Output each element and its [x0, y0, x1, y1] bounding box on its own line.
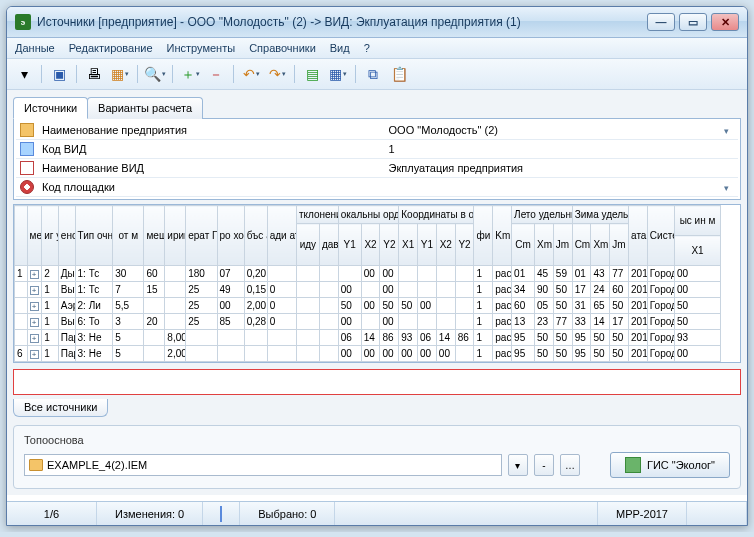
table-row[interactable]: +1Парков3: Не58,00061486930614861рас9550…: [15, 330, 740, 346]
close-button[interactable]: ✕: [711, 13, 739, 31]
chevron-down-icon[interactable]: ▾: [724, 126, 729, 136]
export-dropdown[interactable]: ▦▾: [109, 63, 131, 85]
topo-file-input[interactable]: EXAMPLE_4(2).IEM: [24, 454, 502, 476]
status-position: 1/6: [7, 502, 97, 525]
expand-icon[interactable]: +: [30, 318, 39, 327]
gis-icon: [625, 457, 641, 473]
sheet-icon: [220, 506, 222, 522]
print-button[interactable]: 🖶: [83, 63, 105, 85]
menubar: Данные Редактирование Инструменты Справо…: [7, 38, 747, 59]
topo-legend: Топооснова: [24, 434, 730, 446]
expand-icon[interactable]: +: [30, 286, 39, 295]
folder-icon: [29, 459, 43, 471]
expand-icon[interactable]: +: [30, 302, 39, 311]
topo-clear-button[interactable]: -: [534, 454, 554, 476]
properties-table: Наименование предприятия ООО "Молодость"…: [16, 121, 738, 197]
expand-icon[interactable]: +: [30, 270, 39, 279]
table-row[interactable]: 1+2Дымов1: Тс3060180070,2000001рас014559…: [15, 266, 740, 282]
window-title: Источники [предприятие] - ООО "Молодость…: [37, 15, 647, 29]
prop-row-vidcode: Код ВИД 1: [16, 140, 738, 159]
maximize-button[interactable]: ▭: [679, 13, 707, 31]
tab-sources[interactable]: Источники: [13, 97, 88, 119]
search-dropdown[interactable]: 🔍▾: [144, 63, 166, 85]
target-icon: [20, 180, 34, 194]
table-dropdown[interactable]: ▦▾: [327, 63, 349, 85]
table-row[interactable]: +1Аэраци2: Ли5,525002,00050005050001рас6…: [15, 298, 740, 314]
prop-row-company: Наименование предприятия ООО "Молодость"…: [16, 121, 738, 140]
history-dropdown[interactable]: ▾: [13, 63, 35, 85]
grid-icon[interactable]: ▤: [301, 63, 323, 85]
menu-data[interactable]: Данные: [15, 42, 55, 54]
undo-button[interactable]: ↶▾: [240, 63, 262, 85]
table-row[interactable]: 6+1Парков3: Не52,000000000000001рас95505…: [15, 346, 740, 362]
expand-icon[interactable]: +: [30, 350, 39, 359]
status-changes: Изменения: 0: [97, 502, 203, 525]
split-band: [13, 369, 741, 395]
add-button[interactable]: ＋▾: [179, 63, 201, 85]
sources-grid[interactable]: ме уч иг уч енова Тип очни от м мещени м…: [13, 204, 741, 363]
topo-dropdown-button[interactable]: ▾: [508, 454, 528, 476]
menu-tools[interactable]: Инструменты: [167, 42, 236, 54]
list-icon: [20, 161, 34, 175]
redo-button[interactable]: ↷▾: [266, 63, 288, 85]
menu-edit[interactable]: Редактирование: [69, 42, 153, 54]
copy-button[interactable]: ⧉: [362, 63, 384, 85]
prop-row-vidname: Наименование ВИД Экплуатация предприятия: [16, 159, 738, 178]
folder-icon: [20, 123, 34, 137]
table-row[interactable]: +1Вытяж6: То32025850,28000001рас13237733…: [15, 314, 740, 330]
toolbar: ▾ ▣ 🖶 ▦▾ 🔍▾ ＋▾ － ↶▾ ↷▾ ▤ ▦▾ ⧉ 📋: [7, 59, 747, 90]
table-row[interactable]: +1Вытяж1: Тс71525490,15000001рас34905017…: [15, 282, 740, 298]
tab-variants[interactable]: Варианты расчета: [87, 97, 203, 119]
menu-ref[interactable]: Справочники: [249, 42, 316, 54]
main-tabs: Источники Варианты расчета: [13, 96, 741, 118]
menu-view[interactable]: Вид: [330, 42, 350, 54]
prop-label: Наименование предприятия: [38, 121, 385, 140]
topo-group: Топооснова EXAMPLE_4(2).IEM ▾ - … ГИС "Э…: [13, 425, 741, 489]
titlebar: э Источники [предприятие] - ООО "Молодос…: [7, 7, 747, 38]
app-icon: э: [15, 14, 31, 30]
topo-file-name: EXAMPLE_4(2).IEM: [47, 459, 147, 471]
status-version: МРР-2017: [598, 502, 687, 525]
chevron-down-icon[interactable]: ▾: [724, 183, 729, 193]
topo-browse-button[interactable]: …: [560, 454, 580, 476]
prop-row-sitecode: Код площадки ▾: [16, 178, 738, 197]
doc-icon: [20, 142, 34, 156]
minimize-button[interactable]: —: [647, 13, 675, 31]
statusbar: 1/6 Изменения: 0 Выбрано: 0 МРР-2017: [7, 501, 747, 525]
paste-button[interactable]: 📋: [388, 63, 410, 85]
prop-value[interactable]: ООО "Молодость" (2): [385, 121, 720, 140]
expand-icon[interactable]: +: [30, 334, 39, 343]
status-selected: Выбрано: 0: [240, 502, 335, 525]
gis-button[interactable]: ГИС "Эколог": [610, 452, 730, 478]
save-button[interactable]: ▣: [48, 63, 70, 85]
menu-help[interactable]: ?: [364, 42, 370, 54]
tab-all-sources[interactable]: Все источники: [13, 399, 108, 417]
remove-button[interactable]: －: [205, 63, 227, 85]
